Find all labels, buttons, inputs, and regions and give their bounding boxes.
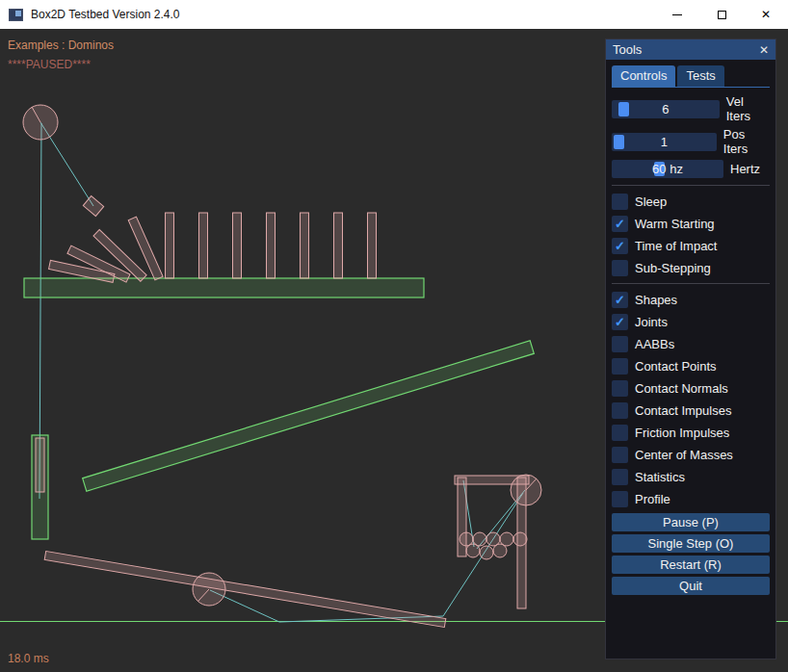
single-step-button[interactable]: Single Step (O)	[612, 534, 770, 553]
domino	[199, 213, 208, 278]
checkbox-box-checked	[612, 216, 628, 232]
checkbox-label: Center of Masses	[635, 448, 733, 462]
checkbox-label: Sleep	[635, 194, 667, 209]
checkbox-label: AABBs	[635, 337, 674, 351]
chain-ball	[493, 544, 507, 557]
paused-label: ****PAUSED****	[8, 58, 91, 71]
hertz-row: 60 hz Hertz	[612, 160, 770, 178]
checkbox-box	[612, 425, 628, 441]
checkbox-box	[612, 491, 628, 507]
window-title: Box2D Testbed Version 2.4.0	[31, 8, 180, 21]
tools-titlebar[interactable]: Tools ✕	[606, 39, 775, 60]
tab-tests[interactable]: Tests	[677, 65, 723, 87]
pause-button[interactable]: Pause (P)	[612, 513, 770, 531]
restart-button[interactable]: Restart (R)	[612, 556, 770, 574]
window-controls: ✕	[655, 0, 788, 29]
pos-iters-slider[interactable]: 1	[612, 133, 717, 151]
chain-ball	[466, 544, 480, 557]
close-button[interactable]: ✕	[744, 0, 788, 29]
checkbox-label: Contact Impulses	[635, 403, 731, 418]
domino	[166, 213, 174, 278]
tools-close-icon[interactable]: ✕	[759, 43, 769, 57]
vel-iters-label: Vel Iters	[726, 94, 770, 123]
close-icon: ✕	[761, 9, 771, 20]
maximize-button[interactable]	[699, 0, 744, 29]
domino-shelf	[24, 278, 424, 297]
checkbox-label: Time of Impact	[635, 239, 717, 253]
pos-iters-value: 1	[661, 135, 668, 149]
checkbox-contact-normals[interactable]: Contact Normals	[612, 380, 770, 397]
hertz-label: Hertz	[730, 162, 760, 176]
checkbox-box	[612, 402, 628, 419]
example-label: Examples : Dominos	[8, 39, 114, 52]
checkbox-label: Shapes	[635, 293, 677, 307]
checkbox-label: Contact Normals	[635, 381, 728, 396]
domino	[267, 213, 276, 278]
checkbox-statistics[interactable]: Statistics	[612, 469, 770, 485]
checkbox-label: Profile	[635, 492, 670, 506]
checkbox-shapes[interactable]: Shapes	[612, 292, 770, 308]
simulation-viewport: Examples : Dominos ****PAUSED**** 18.0 m…	[0, 29, 788, 672]
long-plank	[44, 551, 446, 627]
tools-body: Controls Tests 6 Vel Iters 1 Pos Iters	[606, 60, 775, 595]
checkbox-label: Statistics	[635, 470, 685, 484]
maximize-icon	[718, 11, 726, 19]
checkbox-box-checked	[612, 314, 628, 330]
checkbox-contact-points[interactable]: Contact Points	[612, 358, 770, 375]
domino	[368, 213, 377, 278]
checkbox-contact-impulses[interactable]: Contact Impulses	[612, 402, 770, 419]
slider-grab[interactable]	[618, 102, 629, 116]
checkbox-box	[612, 260, 628, 276]
checkbox-center-of-masses[interactable]: Center of Masses	[612, 447, 770, 463]
vel-iters-slider[interactable]: 6	[612, 100, 720, 118]
checkbox-box	[612, 358, 628, 375]
checkbox-joints[interactable]: Joints	[612, 314, 770, 330]
app-window: Box2D Testbed Version 2.4.0 ✕	[0, 0, 788, 672]
quit-button[interactable]: Quit	[612, 577, 770, 595]
hertz-value: 60 hz	[652, 162, 683, 176]
checkbox-box	[612, 336, 628, 352]
checkbox-label: Contact Points	[635, 359, 717, 374]
pos-iters-label: Pos Iters	[723, 127, 770, 156]
checkbox-box	[612, 447, 628, 463]
tabbar: Controls Tests	[612, 65, 770, 88]
frame-time-label: 18.0 ms	[8, 652, 49, 665]
slider-grab[interactable]	[614, 135, 624, 149]
slider-block	[36, 438, 44, 492]
chain-ball	[513, 532, 527, 546]
checkbox-label: Warm Starting	[635, 217, 715, 231]
checkbox-box	[612, 469, 628, 485]
chain-ball	[480, 546, 493, 559]
checkbox-sleep[interactable]: Sleep	[612, 194, 770, 210]
domino	[301, 213, 309, 278]
checkbox-sub-stepping[interactable]: Sub-Stepping	[612, 260, 770, 276]
checkbox-profile[interactable]: Profile	[612, 491, 770, 507]
separator	[612, 185, 770, 186]
checkbox-label: Sub-Stepping	[635, 261, 711, 275]
checkbox-box-checked	[612, 238, 628, 254]
domino	[334, 213, 343, 278]
domino	[233, 213, 242, 278]
window-titlebar: Box2D Testbed Version 2.4.0 ✕	[0, 0, 788, 29]
tools-panel: Tools ✕ Controls Tests 6 Vel Iters	[605, 39, 776, 659]
separator	[612, 283, 770, 284]
tilted-beam	[83, 341, 535, 491]
vel-iters-value: 6	[662, 102, 669, 116]
checkbox-label: Joints	[635, 315, 668, 329]
tools-title: Tools	[613, 42, 642, 57]
checkbox-box	[612, 194, 628, 210]
tab-controls[interactable]: Controls	[612, 65, 675, 87]
app-icon	[9, 9, 23, 21]
checkbox-label: Friction Impulses	[635, 426, 729, 440]
checkbox-box	[612, 380, 628, 397]
checkbox-box-checked	[612, 292, 628, 308]
checkbox-aabbs[interactable]: AABBs	[612, 336, 770, 352]
vel-iters-row: 6 Vel Iters	[612, 94, 770, 123]
pendulum-box	[83, 196, 103, 217]
checkbox-warm-starting[interactable]: Warm Starting	[612, 216, 770, 232]
checkbox-friction-impulses[interactable]: Friction Impulses	[612, 425, 770, 441]
pos-iters-row: 1 Pos Iters	[612, 127, 770, 156]
hertz-slider[interactable]: 60 hz	[612, 160, 723, 178]
checkbox-time-of-impact[interactable]: Time of Impact	[612, 238, 770, 254]
minimize-button[interactable]	[655, 0, 699, 29]
